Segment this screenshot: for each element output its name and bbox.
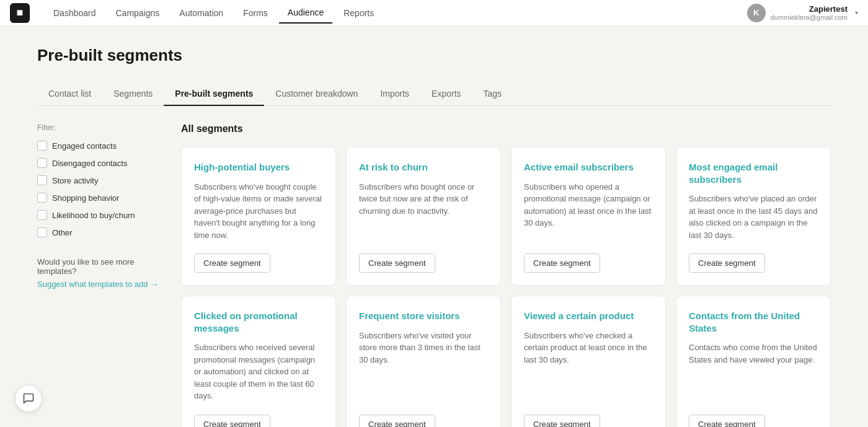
nav-link-reports[interactable]: Reports	[335, 3, 383, 23]
filter-item-label: Engaged contacts	[52, 141, 117, 151]
chat-button[interactable]	[15, 385, 42, 412]
segment-card-description: Subscribers who opened a promotional mes…	[524, 181, 653, 242]
segment-card: Viewed a certain productSubscribers who'…	[511, 296, 666, 427]
user-menu[interactable]: K Zapiertest dummieklera@gmail.com ▾	[747, 4, 858, 22]
filter-item-engaged-contacts[interactable]: Engaged contacts	[37, 141, 161, 151]
tab-customer-breakdown[interactable]: Customer breakdown	[264, 82, 369, 106]
sidebar: Filter: Engaged contactsDisengaged conta…	[37, 123, 161, 427]
filter-checkbox[interactable]	[37, 175, 47, 185]
tab-segments[interactable]: Segments	[102, 82, 164, 106]
logo[interactable]: ■	[10, 3, 30, 23]
filters-container: Engaged contactsDisengaged contactsStore…	[37, 141, 161, 237]
segment-card: Frequent store visitorsSubscribers who'v…	[346, 296, 501, 427]
nav-link-campaigns[interactable]: Campaigns	[107, 3, 169, 23]
filter-checkbox[interactable]	[37, 227, 47, 237]
segment-card-description: Contacts who come from the United States…	[689, 341, 818, 402]
filter-label: Filter:	[37, 123, 161, 132]
tab-tags[interactable]: Tags	[472, 82, 513, 106]
user-name: Zapiertest	[771, 4, 848, 14]
page-title: Pre-built segments	[37, 46, 831, 65]
nav-link-forms[interactable]: Forms	[234, 3, 277, 23]
nav-link-audience[interactable]: Audience	[279, 2, 332, 24]
create-segment-button[interactable]: Create segment	[689, 253, 765, 273]
create-segment-button[interactable]: Create segment	[359, 415, 435, 428]
tab-pre-built-segments[interactable]: Pre-built segments	[164, 82, 264, 106]
main-layout: Filter: Engaged contactsDisengaged conta…	[37, 123, 831, 427]
filter-item-other[interactable]: Other	[37, 227, 161, 237]
user-email: dummieklera@gmail.com	[771, 14, 848, 21]
segment-card-description: Subscribers who've bought couple of high…	[194, 181, 323, 242]
tab-exports[interactable]: Exports	[420, 82, 472, 106]
filter-checkbox[interactable]	[37, 210, 47, 220]
suggest-question: Would you like to see more templates?	[37, 257, 161, 276]
create-segment-button[interactable]: Create segment	[194, 415, 270, 428]
segment-card: Contacts from the United StatesContacts …	[676, 296, 831, 427]
filter-checkbox[interactable]	[37, 158, 47, 168]
tab-contact-list[interactable]: Contact list	[37, 82, 102, 106]
content: All segments High-potential buyersSubscr…	[181, 123, 831, 427]
segment-card-title: Active email subscribers	[524, 161, 653, 174]
segment-card-title: Clicked on promotional messages	[194, 310, 323, 334]
suggest-link[interactable]: Suggest what templates to add →	[37, 280, 161, 289]
segment-card-title: Most engaged email subscribers	[689, 161, 818, 185]
create-segment-button[interactable]: Create segment	[524, 253, 600, 273]
nav-link-dashboard[interactable]: Dashboard	[45, 3, 105, 23]
segment-card: High-potential buyersSubscribers who've …	[181, 147, 336, 286]
segment-card-description: Subscribers who've visited your store mo…	[359, 330, 488, 402]
segment-card: Active email subscribersSubscribers who …	[511, 147, 666, 286]
avatar: K	[747, 4, 766, 22]
arrow-icon: →	[151, 280, 159, 289]
filter-item-label: Store activity	[52, 176, 98, 185]
segment-card-description: Subscribers who bought once or twice but…	[359, 181, 488, 242]
filter-checkbox[interactable]	[37, 193, 47, 203]
filter-item-store-activity[interactable]: Store activity	[37, 175, 161, 185]
segment-card-title: Contacts from the United States	[689, 310, 818, 334]
segment-card: Most engaged email subscribersSubscriber…	[676, 147, 831, 286]
create-segment-button[interactable]: Create segment	[524, 415, 600, 428]
create-segment-button[interactable]: Create segment	[194, 253, 270, 273]
filter-item-label: Likelihood to buy/churn	[52, 211, 135, 220]
filter-checkbox[interactable]	[37, 141, 47, 151]
filter-item-likelihood-to-buy/churn[interactable]: Likelihood to buy/churn	[37, 210, 161, 220]
segment-card-description: Subscribers who've placed an order at le…	[689, 193, 818, 241]
suggest-section: Would you like to see more templates? Su…	[37, 257, 161, 289]
segments-grid: High-potential buyersSubscribers who've …	[181, 147, 831, 427]
segment-card-title: High-potential buyers	[194, 161, 323, 174]
filter-item-label: Shopping behavior	[52, 193, 119, 203]
create-segment-button[interactable]: Create segment	[359, 253, 435, 273]
logo-icon: ■	[17, 6, 24, 19]
segment-card: At risk to churnSubscribers who bought o…	[346, 147, 501, 286]
suggest-link-text: Suggest what templates to add	[37, 280, 148, 289]
segment-card-title: Viewed a certain product	[524, 310, 653, 322]
nav-link-automation[interactable]: Automation	[170, 3, 232, 23]
user-info: Zapiertest dummieklera@gmail.com	[771, 4, 848, 21]
filter-item-disengaged-contacts[interactable]: Disengaged contacts	[37, 158, 161, 168]
chat-icon	[22, 392, 35, 405]
segment-card-description: Subscribers who received several promoti…	[194, 341, 323, 402]
filter-item-label: Other	[52, 228, 73, 237]
filter-item-label: Disengaged contacts	[52, 159, 127, 168]
create-segment-button[interactable]: Create segment	[689, 415, 765, 428]
tab-imports[interactable]: Imports	[369, 82, 420, 106]
chevron-down-icon: ▾	[855, 9, 858, 16]
segment-card-description: Subscribers who've checked a certain pro…	[524, 330, 653, 402]
navbar: ■ DashboardCampaignsAutomationFormsAudie…	[0, 0, 868, 26]
segment-card-title: Frequent store visitors	[359, 310, 488, 322]
nav-links: DashboardCampaignsAutomationFormsAudienc…	[45, 2, 747, 24]
page-container: Pre-built segments Contact listSegmentsP…	[0, 26, 868, 427]
segment-card-title: At risk to churn	[359, 161, 488, 174]
section-title: All segments	[181, 123, 831, 134]
tabs: Contact listSegmentsPre-built segmentsCu…	[37, 82, 831, 106]
segment-card: Clicked on promotional messagesSubscribe…	[181, 296, 336, 427]
filter-item-shopping-behavior[interactable]: Shopping behavior	[37, 193, 161, 203]
